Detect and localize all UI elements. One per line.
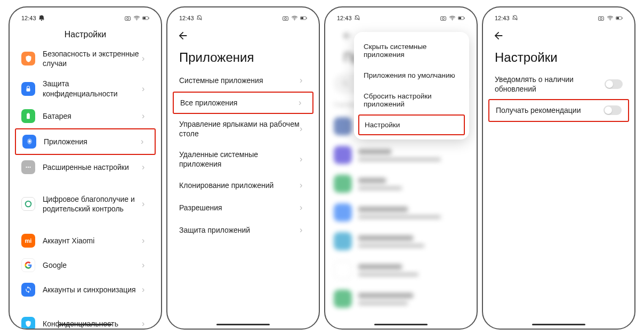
wifi-icon xyxy=(291,15,298,22)
row-launcher-shortcuts[interactable]: Управление ярлыками на рабочем столе › xyxy=(167,114,319,144)
svg-rect-19 xyxy=(301,17,303,19)
svg-rect-24 xyxy=(464,18,465,19)
toggle-recs[interactable] xyxy=(603,105,622,115)
svg-rect-32 xyxy=(616,17,619,19)
row-accounts[interactable]: Аккаунты и синхронизация › xyxy=(10,277,161,302)
row-security[interactable]: Безопасность и экстренные случаи › xyxy=(10,44,161,73)
row-label: Получать рекомендации xyxy=(496,105,603,115)
shield-icon xyxy=(21,52,35,65)
back-button[interactable] xyxy=(483,26,634,46)
row-system-apps[interactable]: Системные приложения › xyxy=(167,69,319,92)
row-label: Защита конфиденциальности xyxy=(43,79,142,98)
home-indicator[interactable] xyxy=(532,324,585,325)
toggle-notify[interactable] xyxy=(605,79,623,89)
status-time: 12:43 xyxy=(337,15,352,21)
svg-rect-0 xyxy=(125,17,131,20)
google-icon xyxy=(21,258,35,272)
svg-point-2 xyxy=(136,19,138,20)
chevron-right-icon: › xyxy=(300,76,307,85)
battery-icon xyxy=(300,15,307,22)
dnd-icon xyxy=(38,15,45,22)
row-app-protect[interactable]: Защита приложений › xyxy=(167,219,319,241)
svg-rect-18 xyxy=(307,18,307,19)
row-all-apps[interactable]: Все приложения › xyxy=(173,92,313,114)
row-notify-updates[interactable]: Уведомлять о наличии обновлений xyxy=(483,69,634,99)
svg-point-15 xyxy=(285,17,287,19)
camera-icon xyxy=(124,15,131,22)
dnd-icon xyxy=(512,15,519,22)
wellbeing-icon xyxy=(21,197,35,211)
row-recommendations[interactable]: Получать рекомендации xyxy=(488,99,629,121)
battery-icon xyxy=(616,15,623,22)
svg-point-13 xyxy=(26,201,31,207)
page-title: Настройки xyxy=(483,46,634,69)
home-indicator[interactable] xyxy=(59,324,112,325)
page-title: Приложения xyxy=(167,46,319,69)
chevron-right-icon: › xyxy=(142,162,149,172)
chevron-right-icon: › xyxy=(300,203,307,212)
row-label: Клонирование приложений xyxy=(179,181,300,190)
status-time: 12:43 xyxy=(179,15,194,21)
svg-rect-31 xyxy=(622,18,623,19)
chevron-right-icon: › xyxy=(141,137,148,146)
row-label: Уведомлять о наличии обновлений xyxy=(495,75,605,94)
row-label: Безопасность и экстренные случаи xyxy=(43,49,142,68)
battery-icon xyxy=(458,15,465,22)
svg-point-11 xyxy=(28,167,29,168)
status-time: 12:43 xyxy=(21,15,36,21)
battery-icon xyxy=(142,15,149,22)
svg-point-26 xyxy=(343,81,347,85)
svg-rect-25 xyxy=(458,17,461,19)
menu-default-apps[interactable]: Приложения по умолчанию xyxy=(354,65,469,86)
battery-row-icon xyxy=(21,109,35,123)
svg-rect-8 xyxy=(28,113,29,113)
menu-hide-system[interactable]: Скрыть системные приложения xyxy=(354,36,469,65)
dnd-icon xyxy=(354,15,361,22)
wifi-icon xyxy=(607,15,614,22)
svg-point-21 xyxy=(442,17,445,19)
sync-icon xyxy=(21,283,35,297)
phone-apps: 12:43 Приложения Системные приложения › … xyxy=(166,6,320,330)
row-wellbeing[interactable]: Цифровое благополучие и родительский кон… xyxy=(10,189,161,219)
home-indicator[interactable] xyxy=(374,324,428,325)
row-apps[interactable]: Приложения › xyxy=(15,128,156,155)
statusbar: 12:43 xyxy=(167,11,319,26)
row-xiaomi[interactable]: mi Аккаунт Xiaomi › xyxy=(10,228,161,253)
svg-point-28 xyxy=(600,17,602,19)
camera-icon xyxy=(440,15,447,22)
row-google[interactable]: Google › xyxy=(10,253,161,277)
chevron-right-icon: › xyxy=(142,236,149,245)
row-label: Системные приложения xyxy=(179,76,300,85)
row-label: Батарея xyxy=(43,111,142,121)
statusbar: 12:43 xyxy=(325,11,477,26)
wifi-icon xyxy=(133,15,140,22)
dnd-icon xyxy=(196,15,203,22)
row-label: Приложения xyxy=(44,137,141,146)
svg-point-10 xyxy=(26,167,27,168)
row-privacy[interactable]: Защита конфиденциальности › xyxy=(10,73,161,103)
lock-icon xyxy=(21,82,35,96)
row-clone-apps[interactable]: Клонирование приложений › xyxy=(167,174,319,196)
row-permissions[interactable]: Разрешения › xyxy=(167,196,319,219)
back-button[interactable] xyxy=(167,26,319,46)
row-label: Расширенные настройки xyxy=(43,162,142,172)
svg-point-16 xyxy=(294,19,295,20)
overflow-menu: Скрыть системные приложения Приложения п… xyxy=(354,32,469,140)
chevron-right-icon: › xyxy=(142,84,149,94)
row-label: Google xyxy=(43,260,142,270)
chevron-right-icon: › xyxy=(142,285,149,294)
row-battery[interactable]: Батарея › xyxy=(10,104,161,128)
chevron-right-icon: › xyxy=(142,111,149,121)
statusbar: 12:43 xyxy=(10,11,161,26)
home-indicator[interactable] xyxy=(216,324,270,325)
menu-reset-prefs[interactable]: Сбросить настройки приложений xyxy=(354,86,469,114)
statusbar: 12:43 xyxy=(483,11,634,26)
svg-rect-4 xyxy=(149,18,149,19)
menu-settings[interactable]: Настройки xyxy=(358,114,465,135)
row-advanced[interactable]: Расширенные настройки › xyxy=(10,155,161,179)
row-confidential[interactable]: Конфиденциальность › xyxy=(10,312,161,330)
row-deleted-system[interactable]: Удаленные системные приложения › xyxy=(167,144,319,174)
row-label: Управление ярлыками на рабочем столе xyxy=(179,119,300,138)
chevron-right-icon: › xyxy=(300,225,307,235)
svg-point-12 xyxy=(29,167,30,168)
